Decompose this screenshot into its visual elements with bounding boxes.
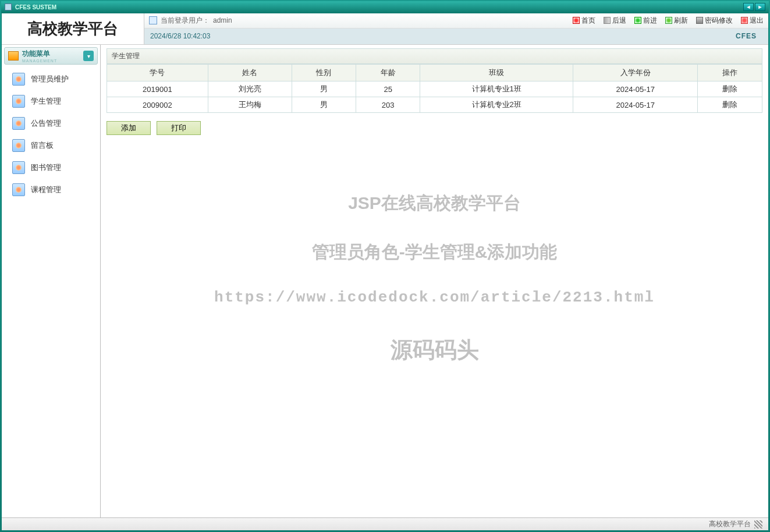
col-year: 入学年份 [573, 65, 698, 81]
window-next-button[interactable]: ► [755, 3, 765, 11]
sidebar-item-label: 图书管理 [31, 162, 61, 173]
sidebar-item-label: 学生管理 [31, 96, 61, 107]
main-area: 功能菜单 MANAGEMENT ▾ 管理员维护 学生管理 公告管理 留言板 图书… [2, 45, 768, 517]
cell-year: 2024-05-17 [573, 97, 698, 113]
refresh-label: 刷新 [674, 16, 688, 26]
back-label: 后退 [612, 16, 626, 26]
brand-label: CFES [736, 32, 762, 40]
exit-button[interactable]: 退出 [741, 16, 764, 26]
user-icon [12, 95, 25, 108]
user-icon [12, 161, 25, 174]
watermark-line2: 管理员角色-学生管理&添加功能 [101, 228, 768, 276]
password-label: 密码修改 [705, 16, 733, 26]
cell-year: 2024-05-17 [573, 81, 698, 97]
sidebar-item-admin[interactable]: 管理员维护 [4, 68, 98, 90]
menu-header: 功能菜单 MANAGEMENT ▾ [4, 47, 98, 65]
menu-collapse-button[interactable]: ▾ [83, 51, 94, 61]
home-button[interactable]: 首页 [573, 16, 595, 26]
login-user: admin [213, 16, 232, 24]
cell-gender: 男 [292, 81, 356, 97]
cell-class: 计算机专业2班 [420, 97, 573, 113]
sidebar-item-course[interactable]: 课程管理 [4, 179, 98, 201]
menu-subtitle: MANAGEMENT [22, 59, 57, 63]
col-age: 年龄 [356, 65, 420, 81]
table-header-row: 学号 姓名 性别 年龄 班级 入学年份 操作 [107, 65, 762, 81]
app-body: 高校教学平台 当前登录用户： admin 首页 后退 前进 刷新 密码修改 退出 [1, 13, 769, 531]
col-id: 学号 [107, 65, 208, 81]
sidebar-item-notice[interactable]: 公告管理 [4, 112, 98, 134]
cell-id: 2019001 [107, 81, 208, 97]
col-op: 操作 [698, 65, 762, 81]
col-gender: 性别 [292, 65, 356, 81]
watermark: JSP在线高校教学平台 管理员角色-学生管理&添加功能 https://www.… [101, 179, 768, 381]
cell-class: 计算机专业1班 [420, 81, 573, 97]
status-text: 高校教学平台 [709, 519, 751, 529]
forward-icon [634, 17, 641, 24]
forward-label: 前进 [643, 16, 657, 26]
sidebar-item-label: 公告管理 [31, 118, 61, 129]
window-prev-button[interactable]: ◄ [743, 3, 754, 11]
col-name: 姓名 [208, 65, 292, 81]
cell-name: 王均梅 [208, 97, 292, 113]
sidebar-item-book[interactable]: 图书管理 [4, 157, 98, 179]
cell-age: 25 [356, 81, 420, 97]
col-class: 班级 [420, 65, 573, 81]
exit-label: 退出 [750, 16, 764, 26]
menu-title: 功能菜单 [22, 49, 57, 59]
refresh-icon [665, 17, 672, 24]
menu-header-icon [8, 51, 19, 61]
app-icon [5, 3, 12, 10]
login-icon [149, 16, 157, 24]
window-controls: ◄ ► [743, 3, 765, 11]
add-button[interactable]: 添加 [107, 121, 151, 135]
delete-link[interactable]: 删除 [722, 100, 737, 109]
user-icon [12, 183, 25, 196]
status-bar: 高校教学平台 [2, 517, 768, 530]
user-icon [12, 73, 25, 86]
toolbar-top: 当前登录用户： admin 首页 后退 前进 刷新 密码修改 退出 [144, 13, 768, 29]
login-prefix: 当前登录用户： [161, 16, 210, 26]
print-button[interactable]: 打印 [157, 121, 201, 135]
table-row: 2009002 王均梅 男 203 计算机专业2班 2024-05-17 删除 [107, 97, 762, 113]
watermark-line1: JSP在线高校教学平台 [101, 179, 768, 228]
home-icon [573, 17, 580, 24]
watermark-url: https://www.icodedock.com/article/2213.h… [101, 276, 768, 319]
sidebar-item-label: 课程管理 [31, 185, 61, 195]
logo-text: 高校教学平台 [2, 13, 144, 44]
cell-gender: 男 [292, 97, 356, 113]
back-icon [604, 17, 611, 24]
home-label: 首页 [581, 16, 595, 26]
user-icon [12, 139, 25, 152]
header-row: 高校教学平台 当前登录用户： admin 首页 后退 前进 刷新 密码修改 退出 [2, 13, 768, 45]
delete-link[interactable]: 删除 [722, 84, 737, 93]
panel-title: 学生管理 [107, 48, 762, 64]
button-row: 添加 打印 [107, 121, 762, 135]
student-table: 学号 姓名 性别 年龄 班级 入学年份 操作 2019001 刘光亮 [107, 64, 762, 113]
exit-icon [741, 17, 748, 24]
resize-grip-icon[interactable] [754, 520, 762, 529]
cell-age: 203 [356, 97, 420, 113]
back-button[interactable]: 后退 [604, 16, 626, 26]
table-row: 2019001 刘光亮 男 25 计算机专业1班 2024-05-17 删除 [107, 81, 762, 97]
key-icon [696, 17, 703, 24]
forward-button[interactable]: 前进 [634, 16, 657, 26]
sidebar-item-student[interactable]: 学生管理 [4, 90, 98, 112]
cell-id: 2009002 [107, 97, 208, 113]
window-frame: CFES SUSTEM ◄ ► 高校教学平台 当前登录用户： admin 首页 … [0, 0, 770, 532]
window-title-bar: CFES SUSTEM ◄ ► [1, 1, 769, 13]
datetime: 2024/6/28 10:42:03 [150, 32, 210, 40]
watermark-line4: 源码码头 [101, 319, 768, 381]
content-area: 学生管理 学号 姓名 性别 年龄 班级 入学年份 操作 [101, 45, 768, 517]
window-title: CFES SUSTEM [15, 4, 56, 10]
header-right: 当前登录用户： admin 首页 后退 前进 刷新 密码修改 退出 2024/6… [144, 13, 768, 44]
toolbar-bottom: 2024/6/28 10:42:03 CFES [144, 29, 768, 44]
sidebar-item-message[interactable]: 留言板 [4, 134, 98, 157]
toolbar-actions: 首页 后退 前进 刷新 密码修改 退出 [573, 16, 764, 26]
menu-title-wrap: 功能菜单 MANAGEMENT [22, 49, 57, 63]
cell-name: 刘光亮 [208, 81, 292, 97]
sidebar-item-label: 留言板 [31, 140, 54, 151]
user-icon [12, 117, 25, 130]
login-info: 当前登录用户： admin [149, 16, 232, 26]
password-button[interactable]: 密码修改 [696, 16, 733, 26]
refresh-button[interactable]: 刷新 [665, 16, 688, 26]
